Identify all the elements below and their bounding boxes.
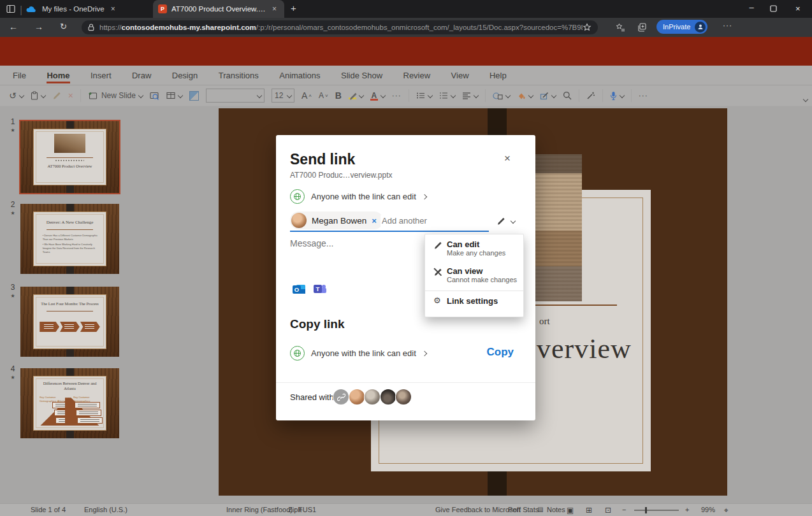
find-button[interactable] <box>563 91 572 100</box>
shared-avatar[interactable] <box>381 389 396 405</box>
close-tab-icon[interactable]: × <box>272 5 277 13</box>
shared-avatar[interactable] <box>365 389 380 405</box>
forward-icon[interactable]: → <box>34 22 43 32</box>
zoom-slider-track[interactable] <box>634 510 679 511</box>
vertical-tabs-icon[interactable] <box>6 4 16 14</box>
window-minimize-button[interactable]: – <box>743 3 760 12</box>
dictate-button[interactable] <box>610 91 624 101</box>
perf-stats-link[interactable]: Perf Stats <box>508 506 539 513</box>
new-slide-label: New Slide <box>101 91 136 100</box>
copy-link-permission-row[interactable]: Anyone with the link can edit <box>290 346 426 361</box>
table-button[interactable] <box>166 92 182 99</box>
remove-recipient-icon[interactable]: × <box>372 216 377 226</box>
menu-tab-design[interactable]: Design <box>163 66 207 84</box>
dialog-divider <box>276 382 535 383</box>
inprivate-badge[interactable]: InPrivate <box>656 20 707 34</box>
font-size-select[interactable]: 12 <box>272 89 294 103</box>
format-painter-button[interactable] <box>52 91 61 100</box>
font-name-select[interactable] <box>206 89 265 103</box>
reuse-slides-button[interactable] <box>150 92 159 100</box>
window-maximize-button[interactable] <box>770 5 777 12</box>
menu-item-can-view[interactable]: Can view Cannot make changes <box>425 266 523 288</box>
close-tab-icon[interactable]: × <box>111 5 115 13</box>
shared-avatar[interactable] <box>349 389 365 405</box>
divider <box>47 157 92 158</box>
grow-font-button[interactable]: A˄ <box>301 90 312 101</box>
cut-button[interactable]: × <box>68 90 73 101</box>
slide-thumbnail-2[interactable]: Denver: A New Challenge • Denver Has a D… <box>20 204 119 274</box>
align-button[interactable] <box>462 92 478 99</box>
slide-card: AT7000 Product Overview <box>33 129 106 185</box>
paste-button[interactable] <box>31 91 45 100</box>
menu-tab-transitions[interactable]: Transitions <box>210 66 268 84</box>
normal-view-icon[interactable]: ▣ <box>567 506 574 515</box>
menu-tab-review[interactable]: Review <box>395 66 440 84</box>
copy-button[interactable]: Copy <box>487 346 514 359</box>
link-share-avatar[interactable] <box>333 389 349 405</box>
new-tab-button[interactable]: + <box>291 3 296 13</box>
menu-item-can-edit[interactable]: Can edit Make any changes <box>425 240 523 261</box>
zoom-out-icon[interactable]: − <box>622 506 626 513</box>
recipient-pill[interactable]: Megan Bowen × <box>290 211 383 229</box>
close-icon[interactable]: × <box>504 152 511 165</box>
menu-tab-insert[interactable]: Insert <box>82 66 120 84</box>
menu-tab-draw[interactable]: Draw <box>123 66 160 84</box>
shape-outline-button[interactable] <box>540 92 556 100</box>
toolbar-divider <box>631 89 632 102</box>
recipient-permission-button[interactable] <box>497 217 515 226</box>
slide-sorter-icon[interactable]: ⊞ <box>586 506 592 515</box>
slide-number: 4 <box>8 364 18 373</box>
slide-thumbnail-3[interactable]: The Last Four Months: The Process <box>20 287 119 357</box>
tab-onedrive[interactable]: My files - OneDrive × <box>25 0 150 18</box>
menu-tab-animations[interactable]: Animations <box>270 66 329 84</box>
refresh-icon[interactable]: ↻ <box>60 22 67 31</box>
shape-fill-button[interactable] <box>517 92 533 100</box>
zoom-level[interactable]: 99% <box>701 506 715 513</box>
outlook-icon[interactable]: O <box>291 282 307 297</box>
shrink-font-button[interactable]: A˅ <box>319 91 328 100</box>
browser-menu-icon[interactable]: ··· <box>723 21 732 30</box>
chevron-down-icon <box>178 93 183 98</box>
menu-tab-view[interactable]: View <box>442 66 478 84</box>
font-color-button[interactable]: A <box>370 91 385 101</box>
slide-thumbnail-1[interactable]: AT7000 Product Overview <box>20 121 119 193</box>
slide-design-notch <box>66 348 74 357</box>
tab-powerpoint[interactable]: P AT7000 Product Overview.pptx × <box>153 0 284 18</box>
add-recipient-input[interactable] <box>381 215 479 226</box>
new-slide-button[interactable]: New Slide <box>88 91 143 100</box>
menu-tab-help[interactable]: Help <box>481 66 516 84</box>
back-icon[interactable]: ← <box>9 22 18 32</box>
designer-button[interactable] <box>189 91 199 101</box>
menu-item-link-settings[interactable]: ⚙ Link settings <box>425 296 523 312</box>
zoom-in-icon[interactable]: + <box>685 506 689 513</box>
slideshow-icon[interactable]: ⊡ <box>605 506 611 515</box>
address-bar[interactable]: https://contosodemohubs-my.sharepoint.co… <box>82 20 598 34</box>
shapes-button[interactable] <box>493 92 510 100</box>
bullets-button[interactable] <box>416 92 432 99</box>
menu-tab-slideshow[interactable]: Slide Show <box>332 66 391 84</box>
undo-button[interactable]: ↺ <box>9 90 24 101</box>
zoom-slider-thumb[interactable] <box>645 507 647 513</box>
teams-icon[interactable]: T <box>312 282 328 297</box>
menu-tab-home[interactable]: Home <box>38 66 78 84</box>
slide-counter[interactable]: Slide 1 of 4 <box>31 506 66 513</box>
bold-button[interactable]: B <box>335 90 342 101</box>
numbering-button[interactable] <box>439 92 455 99</box>
link-permission-row[interactable]: Anyone with the link can edit <box>290 189 426 204</box>
notes-toggle[interactable]: Notes <box>547 506 565 513</box>
chevron-right-icon <box>422 350 427 355</box>
fit-slide-icon[interactable]: ⌖ <box>724 506 729 515</box>
language-status[interactable]: English (U.S.) <box>84 506 127 513</box>
designer-wand-button[interactable] <box>586 91 595 100</box>
window-close-button[interactable]: × <box>795 4 801 13</box>
highlighter-button[interactable] <box>349 92 363 99</box>
menu-tab-file[interactable]: File <box>4 66 35 84</box>
add-favorite-icon[interactable] <box>583 23 591 32</box>
status-bar: Slide 1 of 4 English (U.S.) Inner Ring (… <box>0 503 812 516</box>
more-commands-button[interactable]: ··· <box>639 91 648 100</box>
shared-avatar[interactable] <box>396 389 411 405</box>
more-font-options-button[interactable]: ··· <box>392 91 402 100</box>
favorites-icon[interactable] <box>616 23 625 32</box>
slide-thumbnail-4[interactable]: Differences Between Denver and Atlanta K… <box>20 368 119 438</box>
collections-icon[interactable] <box>637 23 647 32</box>
